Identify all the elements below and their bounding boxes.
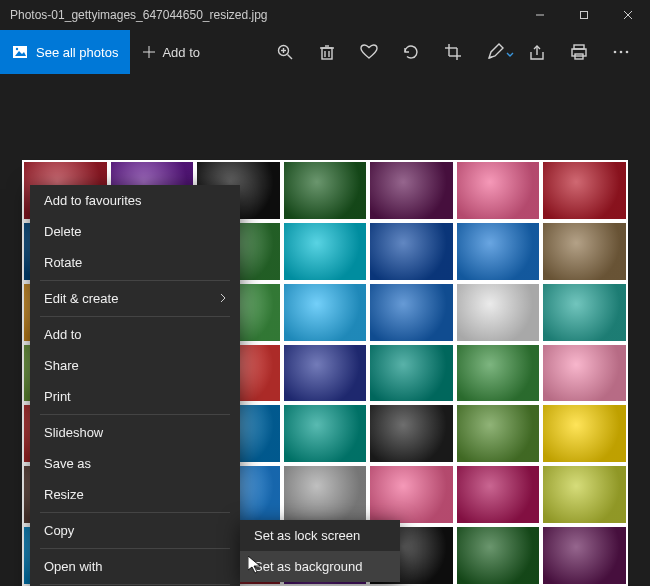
menu-separator	[40, 414, 230, 415]
menu-label: Edit & create	[44, 291, 118, 306]
favourite-button[interactable]	[348, 30, 390, 74]
add-to-label: Add to	[162, 45, 200, 60]
menu-share[interactable]: Share	[30, 350, 240, 381]
file-name: 01_gettyimages_647044650_resized.jpg	[51, 8, 267, 22]
svg-point-27	[614, 51, 617, 54]
menu-separator	[40, 584, 230, 585]
menu-print[interactable]: Print	[30, 381, 240, 412]
rotate-button[interactable]	[390, 30, 432, 74]
heart-icon	[360, 44, 378, 60]
menu-slideshow[interactable]: Slideshow	[30, 417, 240, 448]
plus-icon	[142, 45, 156, 59]
menu-label: Rotate	[44, 255, 82, 270]
crop-icon	[444, 43, 462, 61]
menu-label: Resize	[44, 487, 84, 502]
set-as-submenu: Set as lock screen Set as background	[240, 520, 400, 582]
svg-point-29	[626, 51, 629, 54]
close-button[interactable]	[606, 0, 650, 30]
crop-button[interactable]	[432, 30, 474, 74]
more-button[interactable]	[600, 30, 642, 74]
svg-rect-13	[322, 48, 332, 59]
photos-icon	[12, 45, 28, 59]
menu-copy[interactable]: Copy	[30, 515, 240, 546]
context-menu: Add to favourites Delete Rotate Edit & c…	[30, 185, 240, 586]
menu-separator	[40, 280, 230, 281]
menu-label: Save as	[44, 456, 91, 471]
svg-line-22	[489, 57, 492, 58]
menu-rotate[interactable]: Rotate	[30, 247, 240, 278]
add-to-button[interactable]: Add to	[130, 30, 212, 74]
menu-label: Delete	[44, 224, 82, 239]
maximize-button[interactable]	[562, 0, 606, 30]
submenu-background[interactable]: Set as background	[240, 551, 400, 582]
ellipsis-icon	[613, 50, 629, 54]
draw-edit-icon	[486, 43, 504, 61]
menu-add-to[interactable]: Add to	[30, 319, 240, 350]
minimize-button[interactable]	[518, 0, 562, 30]
svg-rect-1	[581, 12, 588, 19]
window-controls	[518, 0, 650, 30]
svg-line-10	[288, 55, 293, 60]
share-icon	[528, 43, 546, 61]
menu-separator	[40, 512, 230, 513]
submenu-lock-screen[interactable]: Set as lock screen	[240, 520, 400, 551]
menu-label: Print	[44, 389, 71, 404]
chevron-right-icon	[220, 291, 226, 306]
menu-label: Open with	[44, 559, 103, 574]
chevron-down-icon	[506, 43, 514, 61]
menu-edit-create[interactable]: Edit & create	[30, 283, 240, 314]
trash-icon	[319, 43, 335, 61]
menu-resize[interactable]: Resize	[30, 479, 240, 510]
menu-add-to-favourites[interactable]: Add to favourites	[30, 185, 240, 216]
menu-save-as[interactable]: Save as	[30, 448, 240, 479]
zoom-button[interactable]	[264, 30, 306, 74]
see-all-photos-button[interactable]: See all photos	[0, 30, 130, 74]
menu-label: Slideshow	[44, 425, 103, 440]
tool-icons	[264, 30, 650, 74]
share-button[interactable]	[516, 30, 558, 74]
svg-point-28	[620, 51, 623, 54]
menu-label: Share	[44, 358, 79, 373]
toolbar: See all photos Add to	[0, 30, 650, 74]
svg-rect-25	[572, 49, 586, 56]
menu-separator	[40, 316, 230, 317]
app-name: Photos	[10, 8, 47, 22]
menu-separator	[40, 548, 230, 549]
print-icon	[570, 43, 588, 61]
menu-delete[interactable]: Delete	[30, 216, 240, 247]
rotate-icon	[402, 43, 420, 61]
menu-label: Copy	[44, 523, 74, 538]
submenu-label: Set as background	[254, 559, 362, 574]
menu-label: Add to	[44, 327, 82, 342]
magnifier-icon	[276, 43, 294, 61]
delete-button[interactable]	[306, 30, 348, 74]
svg-point-6	[16, 48, 18, 50]
see-all-photos-label: See all photos	[36, 45, 118, 60]
print-button[interactable]	[558, 30, 600, 74]
menu-label: Add to favourites	[44, 193, 142, 208]
menu-open-with[interactable]: Open with	[30, 551, 240, 582]
submenu-label: Set as lock screen	[254, 528, 360, 543]
title-bar: Photos - 01_gettyimages_647044650_resize…	[0, 0, 650, 30]
edit-button[interactable]	[474, 30, 516, 74]
